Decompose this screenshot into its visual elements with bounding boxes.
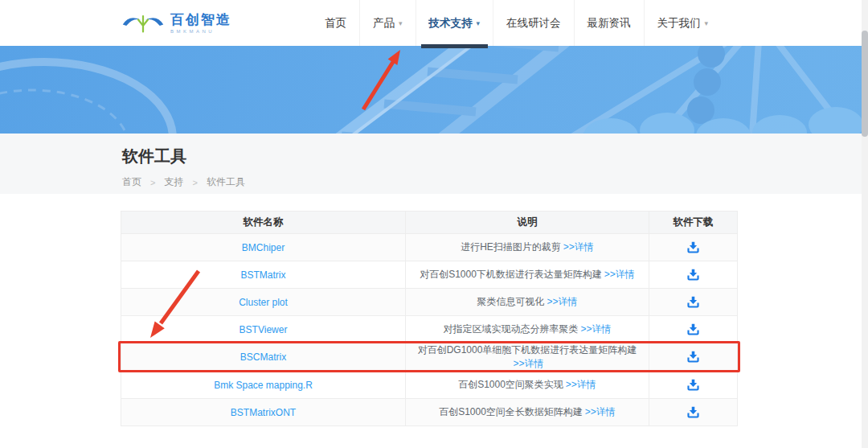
- software-description: 聚类信息可视化: [477, 296, 544, 307]
- breadcrumb-current: 软件工具: [207, 175, 245, 189]
- chevron-down-icon: ▾: [477, 19, 481, 27]
- table-row: BSTViewer对指定区域实现动态分辨率聚类>>详情: [121, 316, 738, 343]
- detail-link[interactable]: >>详情: [604, 269, 635, 280]
- software-name-link[interactable]: BSTMatrix: [240, 269, 285, 281]
- nav-item-label: 产品: [373, 16, 395, 31]
- download-icon: [686, 240, 700, 254]
- breadcrumb-separator-icon: >: [150, 178, 155, 187]
- download-icon: [686, 350, 700, 364]
- detail-link[interactable]: >>详情: [513, 358, 543, 369]
- table-row: BMChiper进行HE扫描图片的裁剪>>详情: [121, 234, 738, 261]
- download-icon: [686, 323, 700, 336]
- chevron-down-icon: ▾: [705, 19, 709, 27]
- nav-item-label: 技术支持: [429, 16, 473, 31]
- download-button[interactable]: [685, 348, 702, 365]
- download-icon: [686, 405, 700, 419]
- software-description: 对百创S1000下机数据进行表达量矩阵构建: [420, 269, 602, 280]
- nav-item-label: 首页: [325, 16, 346, 31]
- nav-item-home[interactable]: 首页: [312, 0, 359, 46]
- table-row: Bmk Space mapping.R百创S1000空间聚类实现>>详情: [121, 372, 738, 399]
- detail-link[interactable]: >>详情: [580, 323, 611, 335]
- nav-item-label: 关于我们: [657, 16, 701, 31]
- site-logo[interactable]: 百创智造 BMKMANU: [122, 13, 231, 34]
- detail-link[interactable]: >>详情: [547, 296, 577, 307]
- main-menu: 首页 产品 ▾ 技术支持 ▾ 在线研讨会 最新资讯 关于我们 ▾: [312, 0, 721, 46]
- software-description: 百创S1000空间聚类实现: [458, 379, 563, 390]
- software-name-link[interactable]: Cluster plot: [239, 297, 288, 308]
- breadcrumb-separator-icon: >: [192, 178, 197, 187]
- download-button[interactable]: [685, 294, 702, 310]
- download-button[interactable]: [685, 376, 702, 393]
- hero-banner: [0, 46, 868, 134]
- software-description: 百创S1000空间全长数据矩阵构建: [439, 406, 583, 417]
- breadcrumb-home[interactable]: 首页: [122, 175, 141, 189]
- download-button[interactable]: [685, 321, 702, 338]
- nav-item-products[interactable]: 产品 ▾: [359, 0, 416, 46]
- page-header-strip: 软件工具 首页 > 支持 > 软件工具: [0, 134, 868, 194]
- table-header-row: 软件名称 说明 软件下载: [121, 212, 738, 234]
- column-header-description: 说明: [406, 212, 649, 234]
- column-header-download: 软件下载: [649, 212, 738, 234]
- chevron-down-icon: ▾: [399, 19, 403, 27]
- table-row: Cluster plot聚类信息可视化>>详情: [121, 289, 738, 316]
- page-title: 软件工具: [122, 146, 868, 167]
- logo-title: 百创智造: [170, 13, 231, 27]
- nav-item-about-us[interactable]: 关于我们 ▾: [644, 0, 722, 46]
- logo-subtitle: BMKMANU: [170, 29, 231, 34]
- banner-dna-graphic: [0, 46, 868, 134]
- software-description: 对百创DG1000单细胞下机数据进行表达量矩阵构建: [418, 344, 637, 356]
- nav-item-label: 最新资讯: [588, 16, 631, 31]
- nav-item-latest-news[interactable]: 最新资讯: [574, 0, 644, 46]
- software-description: 进行HE扫描图片的裁剪: [461, 241, 561, 253]
- software-table: 软件名称 说明 软件下载 BMChiper进行HE扫描图片的裁剪>>详情BSTM…: [121, 211, 738, 426]
- download-icon: [686, 295, 700, 309]
- software-name-link[interactable]: BMChiper: [242, 242, 285, 253]
- scrollbar-track[interactable]: [862, 0, 868, 448]
- software-name-link[interactable]: BSTMatrixONT: [231, 407, 296, 418]
- nav-item-tech-support[interactable]: 技术支持 ▾: [416, 0, 493, 46]
- breadcrumb-support[interactable]: 支持: [164, 175, 183, 189]
- download-button[interactable]: [685, 266, 702, 283]
- software-name-link[interactable]: BSTViewer: [240, 324, 288, 335]
- logo-bird-icon: [122, 13, 164, 34]
- nav-item-online-webinar[interactable]: 在线研讨会: [493, 0, 574, 46]
- table-row: BSTMatrixONT百创S1000空间全长数据矩阵构建>>详情: [121, 399, 738, 426]
- detail-link[interactable]: >>详情: [585, 406, 616, 417]
- download-button[interactable]: [685, 239, 702, 256]
- detail-link[interactable]: >>详情: [563, 241, 594, 253]
- top-navbar: 百创智造 BMKMANU 首页 产品 ▾ 技术支持 ▾ 在线研讨会 最新资讯 关…: [0, 0, 868, 46]
- table-row: BSTMatrix对百创S1000下机数据进行表达量矩阵构建>>详情: [121, 261, 738, 289]
- download-icon: [686, 268, 700, 282]
- software-name-link[interactable]: Bmk Space mapping.R: [214, 380, 313, 391]
- nav-item-label: 在线研讨会: [506, 16, 561, 31]
- column-header-software-name: 软件名称: [121, 212, 406, 234]
- detail-link[interactable]: >>详情: [566, 379, 596, 390]
- breadcrumb: 首页 > 支持 > 软件工具: [122, 175, 868, 189]
- software-description: 对指定区域实现动态分辨率聚类: [443, 323, 578, 335]
- download-icon: [686, 378, 700, 392]
- table-row: BSCMatrix对百创DG1000单细胞下机数据进行表达量矩阵构建>>详情: [121, 343, 738, 372]
- scrollbar-thumb[interactable]: [862, 31, 868, 137]
- software-name-link[interactable]: BSCMatrix: [240, 351, 286, 363]
- download-button[interactable]: [685, 404, 702, 421]
